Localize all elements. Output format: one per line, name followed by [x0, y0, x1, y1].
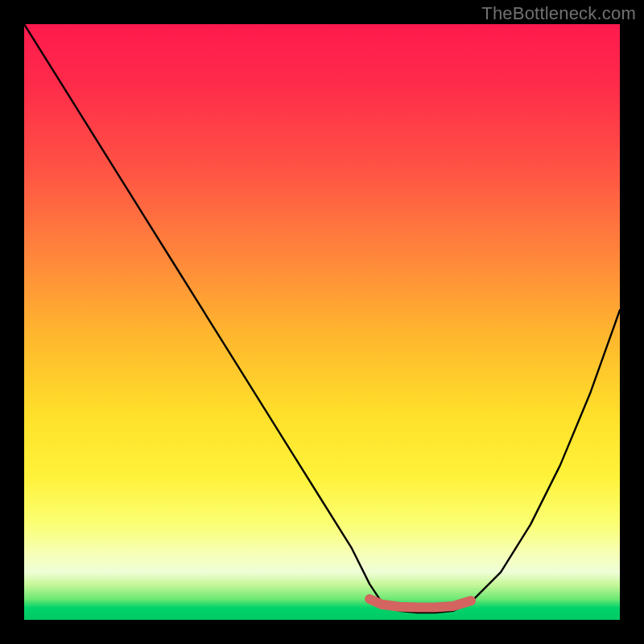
bottleneck-curve: [24, 24, 620, 613]
chart-svg: [24, 24, 620, 620]
chart-frame: TheBottleneck.com: [0, 0, 644, 644]
watermark-text: TheBottleneck.com: [481, 3, 636, 24]
optimal-range-marker: [369, 599, 471, 607]
plot-area: [24, 24, 620, 620]
